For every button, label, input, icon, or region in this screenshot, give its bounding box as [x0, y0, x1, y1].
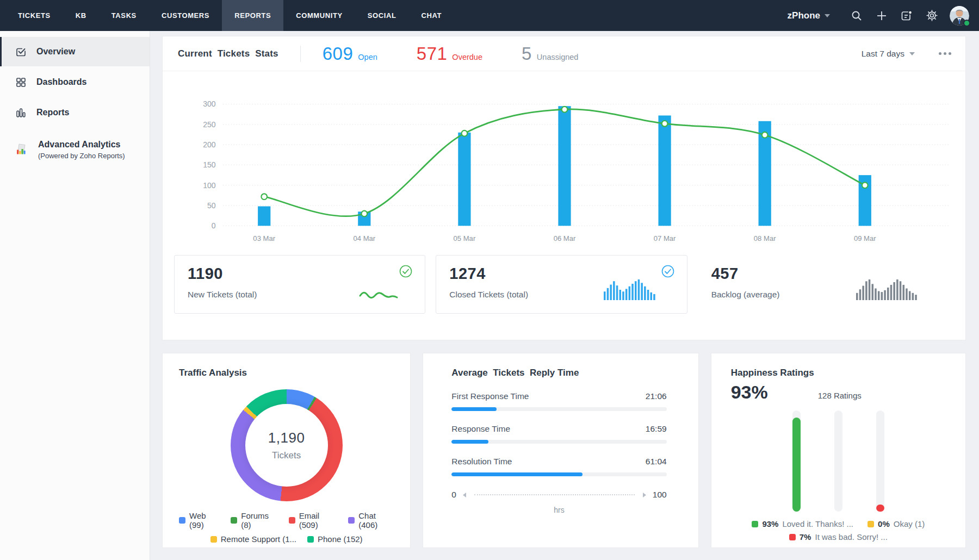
happiness-title: Happiness Ratings [731, 368, 946, 378]
tab-chat[interactable]: CHAT [408, 0, 454, 31]
mini-bars-sparkline [856, 279, 918, 300]
department-selector[interactable]: zPhone [788, 10, 830, 21]
tab-reports[interactable]: REPORTS [222, 0, 283, 31]
svg-text:04 Mar: 04 Mar [353, 234, 375, 242]
donut-center: 1,190 Tickets [245, 404, 328, 487]
mini-bars-sparkline [604, 279, 656, 300]
tab-community[interactable]: COMMUNITY [283, 0, 355, 31]
trend-wave-sparkline [358, 289, 399, 301]
add-button[interactable] [869, 0, 894, 31]
sidebar-item-reports[interactable]: Reports [0, 98, 150, 127]
legend-item-okay: 0%Okay (1) [868, 519, 925, 528]
date-range-selector[interactable]: Last 7 days [862, 49, 915, 59]
traffic-legend: Web (99) Forums (8) Email (509) Chat (40… [179, 511, 394, 544]
response-time-row: Response Time 16:59 [451, 424, 666, 444]
chevron-down-icon [825, 14, 830, 17]
more-menu-button[interactable] [939, 52, 951, 55]
legend-swatch [789, 534, 796, 540]
bad-bar [876, 410, 884, 512]
legend-item-bad: 7%It was bad. Sorry! ... [789, 532, 888, 542]
legend-item-phone: Phone (152) [307, 534, 363, 544]
tab-tasks[interactable]: TASKS [99, 0, 149, 31]
sidebar-item-sublabel: (Powered by Zoho Reports) [38, 152, 125, 160]
legend-item-chat: Chat (406) [348, 511, 394, 530]
advanced-analytics-icon [15, 143, 28, 156]
settings-button[interactable] [919, 0, 944, 31]
legend-item-remote-support: Remote Support (1... [210, 534, 296, 544]
plus-icon [876, 10, 888, 22]
scale-right-arrow-icon[interactable] [642, 492, 647, 498]
tab-customers[interactable]: CUSTOMERS [149, 0, 222, 31]
first-response-time-row: First Response Time 21:06 [451, 391, 666, 411]
stat-unassigned: 5 Unassigned [522, 43, 578, 64]
okay-bar [834, 410, 842, 512]
sidebar: Overview Dashboards Reports Advanced Ana… [0, 31, 150, 560]
resolution-time-row: Resolution Time 61:04 [451, 457, 666, 476]
overdue-label: Overdue [452, 53, 482, 61]
stat-open: 609 Open [323, 43, 377, 64]
department-label: zPhone [788, 10, 820, 21]
stats-header: Current Tickets Stats 609 Open 571 Overd… [163, 36, 965, 71]
svg-text:0: 0 [212, 221, 216, 230]
progress-track [451, 407, 666, 411]
scale-left-arrow-icon[interactable] [462, 492, 467, 498]
overdue-count: 571 [417, 43, 448, 64]
scale-unit: hrs [451, 506, 666, 514]
closed-tickets-card: 1274 Closed Tickets (total) [436, 255, 687, 314]
legend-swatch [868, 521, 874, 527]
donut-total: 1,190 [268, 430, 305, 446]
stat-overdue: 571 Overdue [417, 43, 482, 64]
legend-item-loved-it: 93%Loved it. Thanks! ... [752, 519, 853, 528]
sidebar-item-dashboards[interactable]: Dashboards [0, 67, 150, 97]
panel-title: Current Tickets Stats [178, 48, 278, 59]
sidebar-item-overview[interactable]: Overview [0, 37, 150, 66]
legend-swatch [210, 536, 217, 543]
svg-text:05 Mar: 05 Mar [454, 234, 476, 242]
check-circle-icon [399, 264, 413, 278]
legend-item-email: Email (509) [289, 511, 338, 530]
legend-swatch [179, 517, 185, 524]
tab-social[interactable]: SOCIAL [355, 0, 409, 31]
unassigned-label: Unassigned [537, 53, 579, 61]
bar-fill [876, 505, 884, 512]
progress-fill [451, 440, 488, 444]
new-tickets-value: 1190 [188, 265, 412, 283]
tab-tickets[interactable]: TICKETS [5, 0, 63, 31]
reports-icon [15, 107, 27, 119]
main-content: Current Tickets Stats 609 Open 571 Overd… [150, 0, 979, 548]
loved-it-bar [792, 410, 801, 512]
sidebar-item-label: Overview [36, 47, 75, 57]
nav-right-controls: zPhone [788, 0, 979, 31]
bar-line-chart: 05010015020025030003 Mar04 Mar05 Mar06 M… [175, 79, 955, 246]
metric-label: First Response Time [451, 391, 529, 401]
happiness-score: 93% [731, 382, 768, 403]
happiness-bars [731, 410, 946, 512]
sidebar-item-label: Advanced Analytics (Powered by Zoho Repo… [38, 140, 125, 160]
average-reply-time-panel: Average Tickets Reply Time First Respons… [423, 353, 698, 548]
traffic-donut-chart: 1,190 Tickets [231, 389, 343, 501]
happiness-ratings-panel: Happiness Ratings 93% 128 Ratings 93%Lov… [711, 353, 966, 548]
search-button[interactable] [844, 0, 869, 31]
overview-icon [15, 46, 27, 58]
activity-feed-icon [900, 9, 913, 22]
legend-item-web: Web (99) [179, 511, 220, 530]
svg-text:300: 300 [203, 99, 216, 108]
svg-text:250: 250 [203, 120, 216, 129]
svg-text:07 Mar: 07 Mar [654, 234, 676, 242]
current-tickets-stats-panel: Current Tickets Stats 609 Open 571 Overd… [162, 36, 966, 340]
happiness-legend: 93%Loved it. Thanks! ... 0%Okay (1) 7%It… [731, 519, 946, 542]
progress-fill [451, 472, 583, 476]
svg-text:08 Mar: 08 Mar [754, 234, 776, 242]
sidebar-item-advanced-analytics[interactable]: Advanced Analytics (Powered by Zoho Repo… [0, 135, 150, 164]
check-circle-icon [661, 264, 675, 278]
chevron-down-icon [909, 52, 915, 55]
open-label: Open [358, 53, 377, 61]
search-icon [851, 10, 863, 22]
svg-text:200: 200 [203, 140, 216, 149]
top-navigation: TICKETS KB TASKS CUSTOMERS REPORTS COMMU… [0, 0, 979, 31]
user-avatar[interactable] [950, 6, 969, 26]
bar-fill [792, 418, 801, 512]
tab-kb[interactable]: KB [63, 0, 99, 31]
ratings-count: 128 Ratings [818, 391, 862, 400]
activity-feed-button[interactable] [894, 0, 919, 31]
